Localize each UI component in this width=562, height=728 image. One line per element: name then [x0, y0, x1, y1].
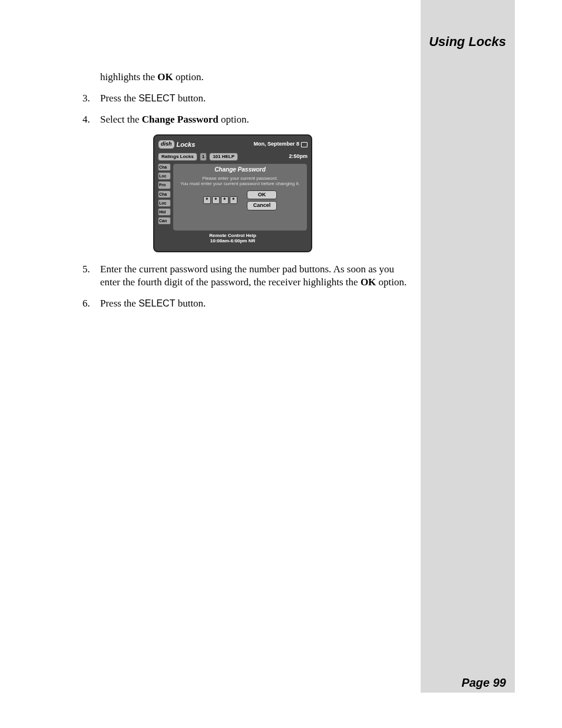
step-3: 3. Press the SELECT button.: [82, 92, 412, 105]
tv-channel-num: 1: [200, 153, 207, 161]
cancel-button[interactable]: Cancel: [247, 201, 277, 210]
text-select-button: SELECT: [138, 298, 175, 308]
step-fragment: highlights the OK option.: [82, 71, 412, 84]
text-run: option.: [376, 276, 406, 288]
text-run: Press the: [100, 298, 138, 309]
step-number: 6.: [82, 297, 100, 310]
dish-logo: dish: [158, 140, 175, 149]
page-sidebar-shade: [421, 0, 515, 693]
text-bold-ok: OK: [361, 276, 376, 288]
tv-side-tabs: Cha Loc Fro Cha Loc Hid Can: [158, 163, 171, 231]
tv-date-text: Mon, September 8: [253, 141, 299, 148]
tv-screen: dish Locks Mon, September 8 Ratings Lock…: [153, 134, 312, 252]
dialog-message-line: You must enter your current password bef…: [175, 181, 305, 186]
tv-subbar: Ratings Locks 1 101 HELP 2:50pm: [158, 152, 308, 162]
page-header-title: Using Locks: [429, 34, 506, 50]
step-text: Select the Change Password option.: [100, 113, 412, 126]
tv-side-tab[interactable]: Can: [158, 217, 171, 225]
tv-side-tab[interactable]: Cha: [158, 163, 171, 171]
text-run: Select the: [100, 114, 142, 125]
tv-side-tab[interactable]: Loc: [158, 172, 171, 180]
dialog-input-row: * * * * OK Cancel: [175, 190, 305, 210]
text-select-button: SELECT: [138, 93, 175, 103]
tv-side-tab[interactable]: Loc: [158, 199, 171, 207]
tv-title: Locks: [177, 140, 196, 149]
tv-side-tab[interactable]: Hid: [158, 208, 171, 216]
step-6: 6. Press the SELECT button.: [82, 297, 412, 310]
text-run: option.: [173, 71, 204, 83]
password-digit[interactable]: *: [221, 196, 229, 204]
step-number-blank: [82, 71, 100, 84]
text-run: Press the: [100, 93, 138, 104]
tv-logo-area: dish Locks: [158, 140, 195, 149]
tv-side-tab[interactable]: Cha: [158, 190, 171, 198]
text-bold-change-password: Change Password: [142, 114, 219, 125]
text-run: Enter the current password using the num…: [100, 263, 394, 288]
step-number: 3.: [82, 92, 100, 105]
help-line: 10:00am-6:00pm NR: [158, 239, 308, 244]
page-content: highlights the OK option. 3. Press the S…: [82, 71, 412, 319]
tv-footer-help: Remote Control Help 10:00am-6:00pm NR: [158, 233, 308, 244]
step-text: Press the SELECT button.: [100, 92, 412, 105]
tv-side-tab[interactable]: Fro: [158, 181, 171, 189]
change-password-dialog: Change Password Please enter your curren…: [173, 163, 308, 231]
step-5: 5. Enter the current password using the …: [82, 263, 412, 289]
text-run: highlights the: [100, 71, 157, 83]
tv-channel-name: 101 HELP: [209, 153, 238, 161]
text-run: option.: [219, 114, 249, 125]
dialog-buttons: OK Cancel: [247, 190, 277, 210]
tv-icon: [301, 142, 308, 147]
password-boxes: * * * *: [203, 196, 237, 204]
tv-date: Mon, September 8: [253, 141, 308, 148]
tv-screenshot: dish Locks Mon, September 8 Ratings Lock…: [153, 134, 312, 252]
text-bold-ok: OK: [157, 71, 173, 83]
step-text: Enter the current password using the num…: [100, 263, 412, 289]
text-run: button.: [175, 93, 206, 104]
tv-main-area: Cha Loc Fro Cha Loc Hid Can Change Passw…: [158, 163, 308, 231]
tv-tab-ratings-locks[interactable]: Ratings Locks: [158, 153, 197, 161]
step-number: 4.: [82, 113, 100, 126]
password-digit[interactable]: *: [203, 196, 211, 204]
tv-topbar: dish Locks Mon, September 8: [158, 139, 308, 150]
ok-button[interactable]: OK: [247, 190, 277, 200]
step-number: 5.: [82, 263, 100, 289]
password-digit[interactable]: *: [230, 196, 237, 204]
password-digit[interactable]: *: [212, 196, 220, 204]
dialog-title: Change Password: [175, 166, 305, 173]
text-run: button.: [175, 298, 206, 309]
step-text: Press the SELECT button.: [100, 297, 412, 310]
dialog-message: Please enter your current password. You …: [175, 176, 305, 186]
dialog-message-line: Please enter your current password.: [175, 176, 305, 181]
step-4: 4. Select the Change Password option.: [82, 113, 412, 126]
step-text: highlights the OK option.: [100, 71, 412, 84]
page-number: Page 99: [461, 676, 506, 690]
tv-time: 2:50pm: [289, 153, 308, 160]
